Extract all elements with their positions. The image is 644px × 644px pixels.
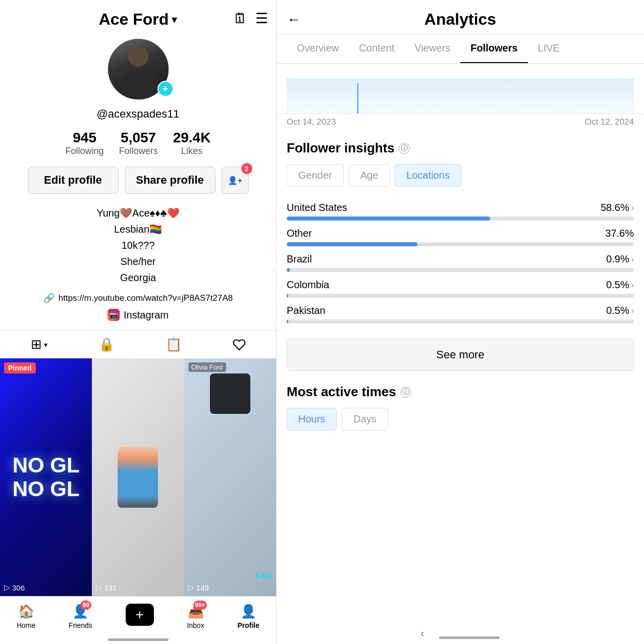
bio-line-4: She/her (10, 253, 266, 270)
following-label: Following (66, 146, 104, 156)
active-tab-days[interactable]: Days (342, 408, 388, 431)
location-name-pakistan: Pakistan (287, 305, 326, 316)
back-button[interactable]: ← (287, 12, 301, 28)
video-price: 0.00 (255, 572, 271, 581)
most-active-section: Most active times ⓘ Hours Days (277, 379, 644, 431)
video-grid: NO GLNO GL Pinned ▷306 ▷131 Olivia Ford … (0, 358, 276, 596)
bio-section: Yung🤎Ace♠️♦️♣️❤️ Lesbian🏳️‍🌈 10k??? She/… (0, 205, 276, 286)
youtube-link[interactable]: https://m.youtube.com/watch?v=jP8AS7t27A… (59, 293, 233, 303)
profile-label: Profile (237, 621, 259, 629)
see-more-button[interactable]: See more (287, 339, 634, 371)
followers-label: Followers (119, 146, 158, 156)
progress-bar-colombia (287, 294, 634, 298)
tab-grid[interactable]: ⊞▾ (31, 337, 47, 352)
menu-icon[interactable]: ☰ (255, 10, 268, 27)
analytics-title: Analytics (311, 10, 610, 29)
calendar-icon[interactable]: 🗓 (233, 10, 247, 27)
nav-inbox[interactable]: 📥 99+ Inbox (187, 604, 204, 629)
bio-line-1: Yung🤎Ace♠️♦️♣️❤️ (10, 205, 266, 221)
video-item-3[interactable]: Olivia Ford 0.00 ▷149 (184, 358, 276, 596)
top-bar-icons: 🗓 ☰ (233, 10, 268, 27)
video-views-2: ▷131 (96, 583, 117, 592)
home-indicator-right (439, 636, 500, 639)
friends-icon: 👤 99 (72, 604, 88, 619)
add-friends-button[interactable]: 👤+ 2 (222, 167, 249, 194)
location-pct-other: 37.6% (605, 228, 634, 239)
tab-saved[interactable]: 📋 (166, 337, 182, 352)
insight-tab-gender[interactable]: Gender (287, 164, 344, 187)
nav-friends[interactable]: 👤 99 Friends (69, 604, 92, 629)
tab-private[interactable]: 🔒 (98, 337, 115, 352)
progress-bar-brazil (287, 268, 634, 272)
profile-avatar-container: + (0, 39, 276, 99)
most-active-title: Most active times ⓘ (287, 384, 634, 400)
nav-create[interactable]: + (126, 604, 154, 629)
share-profile-button[interactable]: Share profile (125, 167, 216, 194)
tab-followers[interactable]: Followers (460, 34, 527, 63)
pinned-badge: Pinned (4, 362, 36, 373)
create-button[interactable]: + (126, 604, 154, 626)
bio-line-3: 10k??? (10, 237, 266, 253)
instagram-label[interactable]: Instagram (124, 309, 169, 321)
progress-fill-brazil (287, 268, 290, 272)
tab-viewers[interactable]: Viewers (404, 34, 460, 63)
insight-tab-age[interactable]: Age (349, 164, 390, 187)
friends-badge: 99 (80, 601, 91, 610)
nav-profile[interactable]: 👤 Profile (237, 604, 259, 629)
analytics-tabs: Overview Content Viewers Followers LIVE (277, 34, 644, 64)
location-pct-us: 58.6% › (601, 202, 634, 213)
stat-following: 945 Following (66, 130, 104, 156)
location-name-colombia: Colombia (287, 279, 329, 291)
blurred-face (210, 373, 250, 414)
bio-line-2: Lesbian🏳️‍🌈 (10, 221, 266, 237)
add-friend-icon: 👤+ (228, 176, 242, 185)
location-item-pakistan: Pakistan 0.5% › (287, 305, 634, 324)
inbox-badge: 99+ (193, 601, 206, 610)
insight-tab-locations[interactable]: Locations (395, 164, 461, 187)
chart-background (287, 78, 634, 114)
followers-count: 5,057 (119, 130, 158, 146)
progress-bar-pakistan (287, 319, 634, 324)
video-views-1: ▷306 (4, 583, 25, 592)
home-label: Home (17, 621, 35, 629)
location-pct-brazil: 0.9% › (606, 253, 634, 265)
inbox-label: Inbox (187, 621, 204, 629)
nav-home[interactable]: 🏠 Home (17, 604, 35, 629)
progress-fill-colombia (287, 294, 288, 298)
stat-likes: 29.4K Likes (173, 130, 211, 156)
progress-bar-other (287, 242, 634, 246)
friends-label: Friends (69, 621, 92, 629)
right-back-arrow[interactable]: ‹ (421, 627, 424, 639)
most-active-info-icon[interactable]: ⓘ (400, 387, 411, 398)
tab-live[interactable]: LIVE (528, 34, 570, 63)
location-pct-pakistan: 0.5% › (606, 305, 634, 316)
progress-fill-us (287, 217, 490, 221)
chart-area (277, 64, 644, 114)
right-panel: ← Analytics Overview Content Viewers Fol… (277, 0, 644, 644)
link-icon: 🔗 (43, 293, 55, 304)
edit-profile-button[interactable]: Edit profile (28, 167, 119, 194)
likes-count: 29.4K (173, 130, 211, 146)
tab-content[interactable]: Content (349, 34, 404, 63)
video-text-1: NO GLNO GL (13, 454, 80, 500)
friend-request-badge: 2 (241, 163, 252, 174)
tab-overview[interactable]: Overview (287, 34, 349, 63)
add-profile-badge[interactable]: + (157, 81, 174, 97)
video-person-2 (118, 447, 158, 508)
video-item-2[interactable]: ▷131 (92, 358, 184, 596)
profile-handle: @acexspades11 (0, 108, 276, 121)
stats-row: 945 Following 5,057 Followers 29.4K Like… (0, 130, 276, 156)
video-item-1[interactable]: NO GLNO GL Pinned ▷306 (0, 358, 92, 596)
stat-followers: 5,057 Followers (119, 130, 158, 156)
video-views-3: ▷149 (188, 583, 209, 592)
left-system-bar (0, 634, 276, 644)
info-icon[interactable]: ⓘ (399, 143, 410, 154)
active-tab-hours[interactable]: Hours (287, 408, 337, 431)
video-overlay-name: Olivia Ford (188, 362, 226, 372)
instagram-icon: 📷 (108, 309, 120, 321)
chart-date-end: Oct 12, 2024 (585, 117, 634, 127)
chart-date-start: Oct 14, 2023 (287, 117, 336, 127)
location-item-brazil: Brazil 0.9% › (287, 253, 634, 272)
active-time-tabs: Hours Days (287, 408, 634, 431)
tab-liked[interactable] (233, 337, 246, 352)
